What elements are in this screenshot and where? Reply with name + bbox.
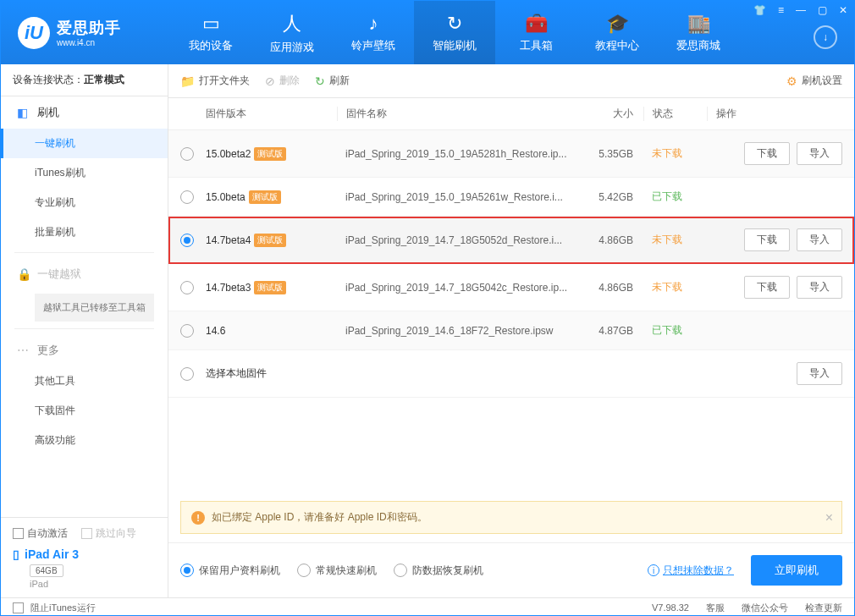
import-button[interactable]: 导入 (797, 228, 842, 251)
apps-icon: 人 (283, 11, 301, 36)
table-row[interactable]: 15.0beta2测试版iPad_Spring_2019_15.0_19A528… (168, 130, 854, 178)
erase-only-link[interactable]: i只想抹除数据？ (648, 564, 734, 578)
version-cell: 选择本地固件 (206, 366, 707, 381)
sidebar-group-flash[interactable]: ◧ 刷机 (1, 96, 168, 129)
status-cell: 已下载 (643, 190, 707, 204)
table-header: 固件版本 固件名称 大小 状态 操作 (168, 98, 854, 130)
window-controls: 👕 ≡ — ▢ ✕ (753, 4, 847, 16)
nav-tab-tools[interactable]: 🧰工具箱 (495, 1, 576, 64)
firmware-name: iPad_Spring_2019_14.6_18F72_Restore.ipsw (337, 325, 584, 337)
flash-icon: ◧ (17, 106, 30, 119)
th-status: 状态 (643, 107, 707, 121)
sidebar-item-download-firmware[interactable]: 下载固件 (1, 396, 168, 426)
device-name[interactable]: ▯ iPad Air 3 (13, 547, 156, 561)
row-radio[interactable] (180, 147, 194, 161)
open-folder-button[interactable]: 📁打开文件夹 (180, 74, 250, 88)
version-cell: 15.0beta测试版 (206, 190, 337, 204)
device-type: iPad (30, 579, 156, 589)
sidebar-group-jailbreak[interactable]: 🔒 一键越狱 (1, 258, 168, 290)
size-cell: 4.86GB (584, 234, 643, 246)
auto-activate-checkbox[interactable]: 自动激活 (13, 526, 68, 541)
action-cell: 下载导入 (707, 142, 842, 165)
import-button[interactable]: 导入 (797, 142, 842, 165)
option-keep-data[interactable]: 保留用户资料刷机 (180, 564, 280, 578)
row-radio[interactable] (180, 234, 194, 247)
more-icon: ⋯ (17, 344, 30, 357)
size-cell: 4.86GB (584, 282, 643, 294)
row-radio[interactable] (180, 324, 194, 338)
table-row[interactable]: 14.6iPad_Spring_2019_14.6_18F72_Restore.… (168, 311, 854, 350)
beta-badge: 测试版 (254, 234, 286, 247)
th-size: 大小 (584, 107, 643, 121)
th-action: 操作 (707, 107, 842, 121)
delete-button[interactable]: ⊘删除 (265, 74, 300, 88)
sidebar-item-pro-flash[interactable]: 专业刷机 (1, 188, 168, 217)
support-link[interactable]: 客服 (706, 602, 725, 614)
warning-bar: ! 如已绑定 Apple ID，请准备好 Apple ID和密码。 × (180, 501, 842, 534)
gear-icon: ⚙ (786, 74, 797, 88)
action-cell: 下载导入 (707, 228, 842, 251)
nav-tabs: ▭我的设备 人应用游戏 ♪铃声壁纸 ↻智能刷机 🧰工具箱 🎓教程中心 🏬爱思商城 (170, 1, 739, 64)
refresh-button[interactable]: ↻刷新 (315, 74, 350, 88)
nav-tab-tutorial[interactable]: 🎓教程中心 (576, 1, 658, 64)
status-cell: 未下载 (643, 233, 707, 247)
firmware-name: iPad_Spring_2019_15.0_19A5281h_Restore.i… (337, 148, 584, 160)
nav-tab-store[interactable]: 🏬爱思商城 (658, 1, 739, 64)
action-cell: 下载导入 (707, 276, 842, 299)
refresh-icon: ↻ (447, 13, 462, 35)
divider (14, 252, 154, 253)
close-icon[interactable]: ✕ (839, 4, 847, 16)
download-button[interactable]: 下载 (744, 276, 790, 299)
delete-icon: ⊘ (265, 74, 275, 88)
table-row[interactable]: 14.7beta4测试版iPad_Spring_2019_14.7_18G505… (168, 217, 854, 264)
status-cell: 未下载 (643, 280, 707, 294)
row-radio[interactable] (180, 281, 194, 294)
size-cell: 5.42GB (584, 191, 643, 203)
check-update-link[interactable]: 检查更新 (805, 602, 842, 614)
lock-icon: 🔒 (17, 267, 30, 281)
version-cell: 14.7beta4测试版 (206, 234, 337, 247)
th-name: 固件名称 (337, 107, 584, 121)
download-button[interactable]: 下载 (744, 142, 790, 165)
main-content: 📁打开文件夹 ⊘删除 ↻刷新 ⚙刷机设置 固件版本 固件名称 大小 状态 操作 … (168, 64, 854, 597)
sidebar-group-more[interactable]: ⋯ 更多 (1, 334, 168, 366)
download-button[interactable]: 下载 (744, 228, 790, 251)
wechat-link[interactable]: 微信公众号 (742, 602, 788, 614)
flash-settings-button[interactable]: ⚙刷机设置 (786, 74, 842, 88)
row-radio[interactable] (180, 190, 194, 204)
row-radio[interactable] (180, 367, 194, 381)
nav-tab-ringtone[interactable]: ♪铃声壁纸 (333, 1, 414, 64)
toolbox-icon: 🧰 (525, 13, 548, 35)
sidebar-item-itunes-flash[interactable]: iTunes刷机 (1, 158, 168, 188)
maximize-icon[interactable]: ▢ (818, 4, 827, 16)
download-indicator-icon[interactable]: ↓ (814, 25, 837, 49)
firmware-name: iPad_Spring_2019_14.7_18G5052d_Restore.i… (337, 234, 584, 246)
table-row[interactable]: 选择本地固件导入 (168, 350, 854, 398)
skip-guide-checkbox[interactable]: 跳过向导 (81, 526, 136, 541)
sidebar-item-other-tools[interactable]: 其他工具 (1, 366, 168, 396)
minimize-icon[interactable]: — (796, 4, 806, 16)
menu-icon[interactable]: ≡ (778, 4, 784, 16)
sidebar-item-batch-flash[interactable]: 批量刷机 (1, 217, 168, 247)
app-title: 爱思助手 (57, 18, 121, 38)
block-itunes-checkbox[interactable]: 阻止iTunes运行 (13, 602, 96, 614)
warning-close-icon[interactable]: × (825, 510, 833, 525)
import-button[interactable]: 导入 (797, 362, 842, 385)
option-normal-flash[interactable]: 常规快速刷机 (297, 564, 377, 578)
warning-text: 如已绑定 Apple ID，请准备好 Apple ID和密码。 (212, 510, 428, 525)
table-row[interactable]: 15.0beta测试版iPad_Spring_2019_15.0_19A5261… (168, 178, 854, 217)
status-footer: 阻止iTunes运行 V7.98.32 客服 微信公众号 检查更新 (1, 597, 854, 616)
app-header: iU 爱思助手 www.i4.cn ▭我的设备 人应用游戏 ♪铃声壁纸 ↻智能刷… (1, 1, 854, 64)
nav-tab-apps[interactable]: 人应用游戏 (251, 1, 333, 64)
flash-now-button[interactable]: 立即刷机 (751, 555, 842, 586)
shirt-icon[interactable]: 👕 (753, 4, 766, 16)
sidebar-item-advanced[interactable]: 高级功能 (1, 426, 168, 455)
nav-tab-flash[interactable]: ↻智能刷机 (414, 1, 495, 64)
nav-tab-device[interactable]: ▭我的设备 (170, 1, 251, 64)
option-anti-recovery[interactable]: 防数据恢复刷机 (394, 564, 483, 578)
table-row[interactable]: 14.7beta3测试版iPad_Spring_2019_14.7_18G504… (168, 264, 854, 311)
app-url: www.i4.cn (57, 38, 121, 47)
sidebar-item-oneclick-flash[interactable]: 一键刷机 (1, 129, 168, 158)
folder-icon: 📁 (180, 74, 195, 88)
import-button[interactable]: 导入 (797, 276, 842, 299)
